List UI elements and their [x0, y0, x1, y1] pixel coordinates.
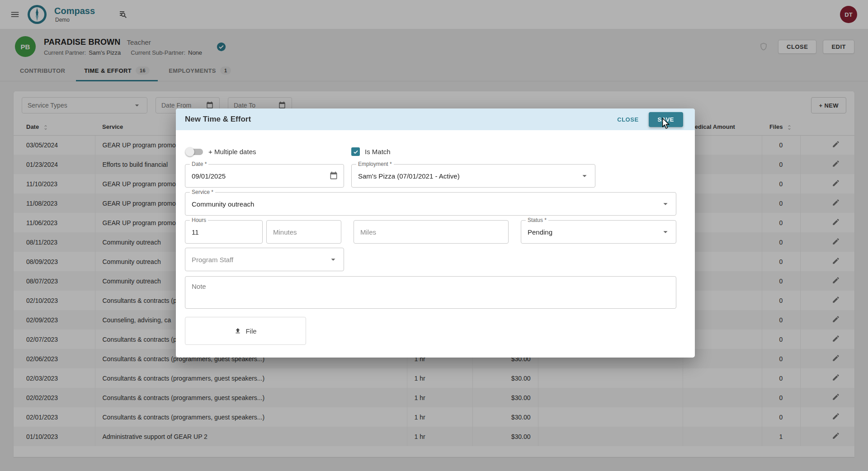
- dialog-title: New Time & Effort: [185, 115, 251, 124]
- is-match-group: Is Match: [351, 147, 391, 156]
- dialog-save-button[interactable]: SAVE: [649, 112, 683, 127]
- program-staff-select[interactable]: Program Staff: [185, 248, 344, 271]
- minutes-field[interactable]: [266, 220, 341, 244]
- service-select[interactable]: Service * Community outreach: [185, 192, 676, 216]
- program-staff-placeholder: Program Staff: [192, 256, 325, 264]
- service-value: Community outreach: [192, 200, 657, 208]
- file-upload-button[interactable]: File: [185, 317, 306, 345]
- file-upload-label: File: [245, 327, 256, 335]
- chevron-down-icon: [580, 171, 590, 181]
- is-match-checkbox[interactable]: [351, 147, 360, 156]
- is-match-label: Is Match: [365, 148, 391, 155]
- employment-field-label: Employment *: [356, 161, 394, 167]
- calendar-icon[interactable]: [329, 171, 338, 180]
- dialog-close-button[interactable]: CLOSE: [611, 113, 645, 127]
- new-time-effort-dialog: New Time & Effort CLOSE SAVE + Multiple …: [176, 108, 695, 358]
- miles-input[interactable]: [360, 228, 503, 236]
- date-field[interactable]: Date *: [185, 164, 344, 188]
- hours-input[interactable]: [192, 228, 257, 236]
- chevron-down-icon: [660, 199, 670, 209]
- multiple-dates-group: + Multiple dates: [185, 148, 351, 155]
- note-textarea[interactable]: [185, 276, 676, 309]
- status-value: Pending: [528, 228, 657, 236]
- multiple-dates-toggle[interactable]: [187, 149, 203, 155]
- modal-backdrop[interactable]: New Time & Effort CLOSE SAVE + Multiple …: [0, 0, 868, 471]
- employment-value: Sam's Pizza (07/01/2021 - Active): [358, 172, 576, 180]
- upload-icon: [234, 327, 241, 334]
- status-field-label: Status *: [526, 217, 548, 223]
- hours-field-label: Hours: [190, 217, 208, 223]
- dialog-header: New Time & Effort CLOSE SAVE: [176, 108, 695, 130]
- status-select[interactable]: Status * Pending: [521, 220, 676, 244]
- date-field-label: Date *: [190, 161, 208, 167]
- chevron-down-icon: [328, 254, 338, 264]
- miles-field[interactable]: [354, 220, 509, 244]
- hours-field[interactable]: Hours: [185, 220, 263, 244]
- date-input[interactable]: [192, 172, 326, 180]
- minutes-input[interactable]: [273, 228, 335, 236]
- chevron-down-icon: [660, 227, 670, 237]
- employment-select[interactable]: Employment * Sam's Pizza (07/01/2021 - A…: [351, 164, 595, 188]
- multiple-dates-label: + Multiple dates: [208, 148, 256, 155]
- service-field-label: Service *: [190, 189, 215, 195]
- dialog-body: + Multiple dates Is Match Date *: [176, 147, 695, 358]
